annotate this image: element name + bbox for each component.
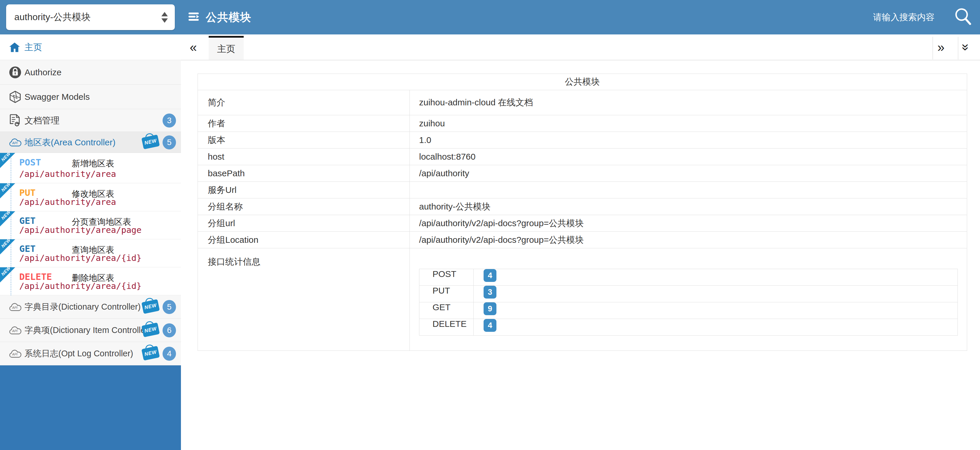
sidebar-item-label: 文档管理 (24, 114, 59, 126)
models-hexagon-icon (9, 91, 22, 103)
select-spinner-icon (161, 12, 168, 23)
endpoint-item[interactable]: NEW GET 分页查询地区表 /api/authority/area/page (0, 211, 181, 239)
row-value: localhost:8760 (410, 148, 967, 165)
tabs-scroll-right-icon[interactable]: » (937, 35, 944, 60)
table-row-stats: 接口统计信息 POST 4 PUT 3 GET 9 DELETE 4 (198, 248, 967, 351)
table-row: 分组Location /api/authority/v2/api-docs?gr… (198, 232, 967, 248)
stat-row: DELETE 4 (419, 319, 958, 336)
new-ribbon-icon: NEW (0, 183, 15, 199)
stat-row: POST 4 (419, 269, 958, 286)
swagger-doc-app: authority-公共模块 公共模块 请输入搜索内容 (0, 0, 980, 450)
new-tag-icon: NEW (141, 135, 160, 149)
endpoint-method: GET (19, 243, 36, 254)
row-label: basePath (198, 165, 410, 182)
brand: 公共模块 (188, 0, 251, 35)
tabs-scroll-left-icon[interactable]: « (190, 35, 197, 60)
tabbar-vertical-divider (958, 37, 958, 60)
cloud-api-icon: API (9, 137, 22, 147)
table-row: basePath /api/authority (198, 165, 967, 182)
search-input[interactable]: 请输入搜索内容 (873, 11, 934, 23)
sidebar-item-doc-manage[interactable]: 文档管理 3 (0, 109, 181, 132)
table-row: 版本 1.0 (198, 132, 967, 148)
endpoint-method: PUT (19, 188, 36, 198)
cloud-api-icon: API (9, 325, 22, 335)
tabs-collapse-icon[interactable]: » (963, 35, 969, 60)
new-ribbon-icon: NEW (0, 267, 15, 283)
endpoint-path: /api/authority/area/{id} (19, 281, 142, 291)
module-info-table: 公共模块 简介 zuihou-admin-cloud 在线文档 作者 zuiho… (197, 73, 967, 351)
stat-count-badge: 4 (484, 269, 496, 282)
sidebar-footer (0, 366, 181, 450)
row-label: 接口统计信息 (198, 248, 410, 351)
sidebar-item-label: Swagger Models (24, 92, 90, 102)
document-gear-icon (9, 114, 21, 127)
table-row: 简介 zuihou-admin-cloud 在线文档 (198, 90, 967, 115)
row-label: 服务Url (198, 182, 410, 199)
endpoint-path: /api/authority/area/page (19, 225, 142, 235)
row-value: /api/authority/v2/api-docs?group=公共模块 (410, 215, 967, 232)
sidebar-item-label: 字典项(Dictionary Item Controller) (24, 324, 151, 336)
sidebar-item-area-controller[interactable]: API 地区表(Area Controller) NEW 5 (0, 132, 181, 153)
endpoint-item[interactable]: NEW POST 新增地区表 /api/authority/area (0, 153, 181, 183)
sidebar-item-authorize[interactable]: Authorize (0, 60, 181, 84)
table-row: 分组url /api/authority/v2/api-docs?group=公… (198, 215, 967, 232)
sidebar-item-swagger-models[interactable]: Swagger Models (0, 84, 181, 109)
stat-method: PUT (419, 286, 474, 302)
cloud-api-icon: API (9, 302, 22, 312)
table-row: 作者 zuihou (198, 115, 967, 132)
tab-home[interactable]: 主页 (208, 36, 244, 60)
sidebar-item-opt-log-controller[interactable]: API 系统日志(Opt Log Controller) NEW 4 (0, 342, 181, 366)
row-label: 作者 (198, 115, 410, 132)
table-row: host localhost:8760 (198, 148, 967, 165)
sidebar-item-label: 地区表(Area Controller) (24, 136, 116, 148)
row-value: zuihou-admin-cloud 在线文档 (410, 90, 967, 115)
endpoint-path: /api/authority/area/{id} (19, 253, 142, 263)
lock-icon (9, 66, 22, 79)
stat-count-badge: 3 (484, 286, 496, 299)
home-icon (9, 42, 21, 52)
search-area: 请输入搜索内容 (873, 0, 972, 35)
api-group-select[interactable]: authority-公共模块 (6, 5, 175, 30)
endpoint-method: DELETE (19, 271, 52, 282)
sidebar-item-dictionary-controller[interactable]: API 字典目录(Dictionary Controller) NEW 5 (0, 295, 181, 319)
endpoint-item[interactable]: NEW GET 查询地区表 /api/authority/area/{id} (0, 239, 181, 267)
sidebar-item-label: Authorize (24, 67, 62, 77)
sidebar-item-label: 系统日志(Opt Log Controller) (24, 348, 133, 359)
stat-method: GET (419, 302, 474, 319)
sidebar-item-label: 字典目录(Dictionary Controller) (24, 301, 141, 313)
sidebar-item-dictionary-item-controller[interactable]: API 字典项(Dictionary Item Controller) NEW … (0, 319, 181, 342)
svg-text:API: API (12, 353, 18, 356)
count-badge: 4 (162, 347, 176, 361)
svg-text:API: API (12, 141, 18, 145)
api-group-select-value: authority-公共模块 (14, 11, 161, 24)
table-row: 分组名称 authority-公共模块 (198, 199, 967, 215)
search-icon[interactable] (953, 6, 972, 28)
count-badge: 3 (162, 113, 176, 127)
endpoint-path: /api/authority/area (19, 197, 116, 207)
row-value (410, 182, 967, 199)
sidebar-item-label: 主页 (24, 41, 42, 53)
row-label: host (198, 148, 410, 165)
endpoint-item[interactable]: NEW DELETE 删除地区表 /api/authority/area/{id… (0, 267, 181, 295)
table-row: 服务Url (198, 182, 967, 199)
endpoint-method: GET (19, 215, 36, 226)
top-header: authority-公共模块 公共模块 请输入搜索内容 (0, 0, 980, 35)
new-tag-icon: NEW (141, 299, 160, 314)
count-badge: 5 (162, 135, 176, 149)
endpoint-item[interactable]: NEW PUT 修改地区表 /api/authority/area (0, 183, 181, 211)
stat-count-badge: 9 (484, 302, 496, 315)
svg-text:API: API (12, 329, 18, 333)
sidebar-item-home[interactable]: 主页 (0, 35, 181, 60)
row-value: /api/authority/v2/api-docs?group=公共模块 (410, 232, 967, 248)
table-title: 公共模块 (198, 74, 967, 90)
row-label: 简介 (198, 90, 410, 115)
sidebar: 主页 Authorize Swagger Mode (0, 35, 181, 450)
row-value: zuihou (410, 115, 967, 132)
new-ribbon-icon: NEW (0, 211, 15, 226)
row-label: 分组名称 (198, 199, 410, 215)
row-value: authority-公共模块 (410, 199, 967, 215)
stat-count-badge: 4 (484, 319, 496, 332)
page-title: 公共模块 (206, 10, 251, 25)
count-badge: 6 (162, 323, 176, 337)
endpoint-method: POST (19, 157, 41, 167)
